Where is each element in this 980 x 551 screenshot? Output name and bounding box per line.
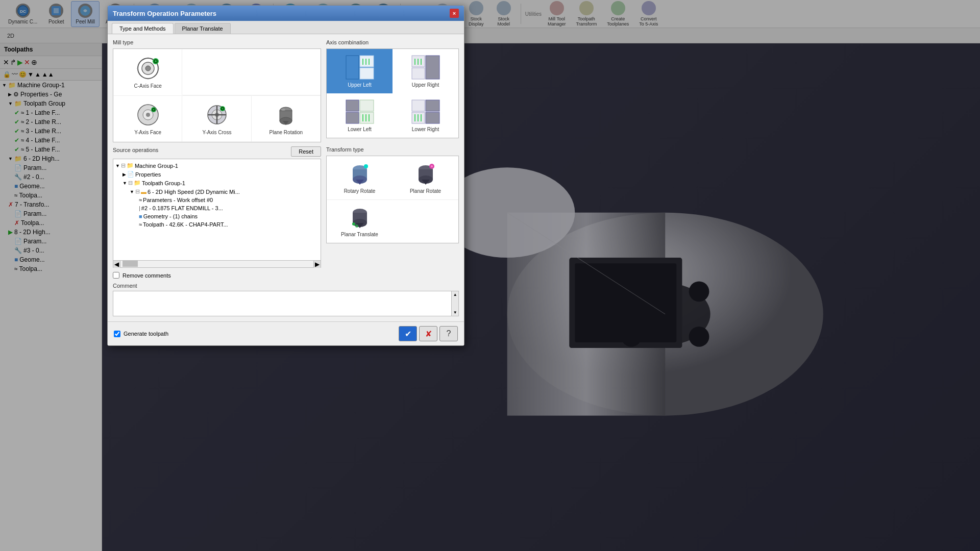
transform-grid: Rotary Rotate [326, 156, 459, 243]
svg-rect-58 [412, 100, 425, 111]
mill-type-y-axis-cross[interactable]: Y-Axis Cross [182, 95, 251, 142]
axis-lower-left[interactable]: Lower Left [327, 93, 393, 138]
cancel-button[interactable]: ✘ [419, 326, 437, 341]
lower-left-label: Lower Left [348, 127, 372, 132]
transform-planar-rotate[interactable]: Planar Rotate [393, 156, 458, 199]
svg-rect-53 [346, 112, 359, 123]
mill-type-c-axis[interactable]: C-Axis Face [113, 49, 182, 95]
axis-upper-left[interactable]: Upper Left [327, 49, 393, 93]
src-tg-expand: ▼ [122, 181, 127, 186]
source-operations-tree[interactable]: ▼ ⊟ 📁 Machine Group-1 ▶ 📄 Properties ▼ [113, 159, 321, 261]
scroll-left-btn[interactable]: ◀ [113, 261, 120, 268]
scroll-right-btn[interactable]: ▶ [313, 261, 321, 268]
plane-rotation-label: Plane Rotation [270, 130, 303, 135]
src-expand-icon: ▼ [115, 163, 120, 168]
reset-button[interactable]: Reset [291, 146, 321, 157]
src-properties[interactable]: ▶ 📄 Properties [113, 170, 321, 179]
c-axis-face-icon [134, 56, 162, 81]
svg-rect-40 [360, 56, 374, 67]
transform-planar-translate[interactable]: Planar Translate [327, 199, 393, 243]
svg-point-32 [220, 106, 225, 111]
mill-type-plane-rotation[interactable]: Plane Rotation [252, 95, 321, 142]
src-param-icon: ≈ [139, 197, 142, 203]
planar-rotate-label: Planar Rotate [410, 188, 441, 194]
transform-empty-cell [393, 199, 458, 243]
transform-rotary-rotate[interactable]: Rotary Rotate [327, 156, 393, 199]
rotary-rotate-icon [345, 162, 375, 186]
svg-rect-41 [360, 68, 374, 79]
mill-type-grid: C-Axis Face [113, 48, 321, 142]
svg-point-24 [146, 113, 150, 117]
upper-left-icon [345, 55, 375, 80]
dialog-overlay: Transform Operation Parameters × Type an… [0, 0, 980, 551]
svg-rect-51 [346, 100, 359, 111]
src-param[interactable]: ≈ Parameters - Work offset #0 [113, 196, 321, 204]
comment-area-wrapper: ▲ ▼ [113, 291, 459, 316]
svg-rect-46 [412, 68, 425, 79]
svg-rect-52 [360, 100, 374, 111]
ok-button[interactable]: ✔ [399, 326, 417, 341]
axis-lower-right[interactable]: Lower Right [393, 93, 458, 138]
svg-point-20 [153, 58, 159, 64]
comment-scroll-down[interactable]: ▼ [453, 310, 457, 315]
svg-point-25 [151, 107, 156, 112]
src-machine-group-icon: 📁 [127, 162, 134, 169]
src-6-folder-icon: ▬ [141, 189, 146, 195]
src-tg-icon: ⊟ [128, 180, 133, 186]
src-geom-icon: ■ [139, 213, 142, 219]
svg-rect-39 [346, 56, 359, 79]
rotary-rotate-label: Rotary Rotate [344, 188, 376, 194]
scroll-thumb[interactable] [122, 261, 138, 267]
axis-upper-right[interactable]: Upper Right [393, 49, 458, 93]
src-toolpath-group[interactable]: ▼ ⊟ 📁 Toolpath Group-1 [113, 179, 321, 187]
src-endmill-icon: | [139, 205, 140, 211]
remove-comments-row: Remove comments [113, 272, 459, 279]
tab-type-methods[interactable]: Type and Methods [112, 23, 174, 34]
svg-rect-54 [360, 112, 374, 123]
svg-point-19 [145, 66, 151, 71]
source-ops-label: Source operations [113, 147, 158, 153]
dialog-footer: Generate toolpath ✔ ✘ ? [108, 321, 464, 345]
src-prop-expand: ▶ [122, 172, 126, 177]
svg-rect-47 [426, 56, 439, 79]
axis-grid: Upper Left [326, 48, 459, 138]
remove-comments-checkbox[interactable] [113, 272, 119, 279]
mill-type-label: Mill type [113, 39, 321, 45]
src-endmill[interactable]: | #2 - 0.1875 FLAT ENDMILL - 3... [113, 204, 321, 212]
generate-toolpath-checkbox[interactable] [114, 331, 120, 337]
lower-right-icon [411, 99, 440, 124]
y-axis-cross-label: Y-Axis Cross [203, 130, 232, 135]
y-axis-face-icon [134, 102, 162, 128]
plane-rotation-icon [272, 102, 300, 128]
svg-point-81 [355, 224, 358, 228]
svg-point-75 [431, 165, 433, 167]
bottom-section: Source operations Reset ▼ ⊟ 📁 Machine Gr… [113, 146, 459, 268]
y-axis-face-label: Y-Axis Face [134, 130, 161, 135]
c-axis-face-label: C-Axis Face [134, 83, 161, 89]
help-button[interactable]: ? [439, 326, 458, 341]
comment-vscroll[interactable]: ▲ ▼ [452, 291, 459, 316]
svg-point-38 [281, 109, 285, 111]
mill-type-y-axis-face[interactable]: Y-Axis Face [113, 95, 182, 142]
transform-type-section: Transform type [326, 146, 459, 268]
generate-toolpath-label: Generate toolpath [124, 331, 168, 337]
source-tree-hscroll[interactable]: ◀ ▶ [113, 261, 321, 268]
mill-type-section: Mill type [113, 39, 321, 142]
transform-type-label: Transform type [326, 146, 459, 153]
src-geometry[interactable]: ■ Geometry - (1) chains [113, 212, 321, 220]
remove-comments-label: Remove comments [122, 272, 171, 279]
src-tp-icon: ≈ [139, 221, 142, 228]
source-ops-header: Source operations Reset [113, 146, 321, 157]
svg-rect-59 [426, 100, 439, 111]
src-toolpath[interactable]: ≈ Toolpath - 42.6K - CHAP4-PART... [113, 220, 321, 229]
transform-dialog: Transform Operation Parameters × Type an… [107, 5, 464, 346]
lower-left-icon [345, 99, 375, 124]
comment-textarea[interactable] [113, 291, 452, 316]
src-6-icon: ⊟ [135, 188, 140, 195]
src-machine-group[interactable]: ▼ ⊟ 📁 Machine Group-1 [113, 161, 321, 170]
tab-planar-translate[interactable]: Planar Translate [175, 23, 231, 34]
dialog-close-button[interactable]: × [450, 9, 459, 18]
src-6-2dhigh[interactable]: ▼ ⊟ ▬ 6 - 2D High Speed (2D Dynamic Mi..… [113, 187, 321, 196]
comment-scroll-up[interactable]: ▲ [453, 292, 457, 297]
dialog-tabs: Type and Methods Planar Translate [108, 21, 464, 34]
